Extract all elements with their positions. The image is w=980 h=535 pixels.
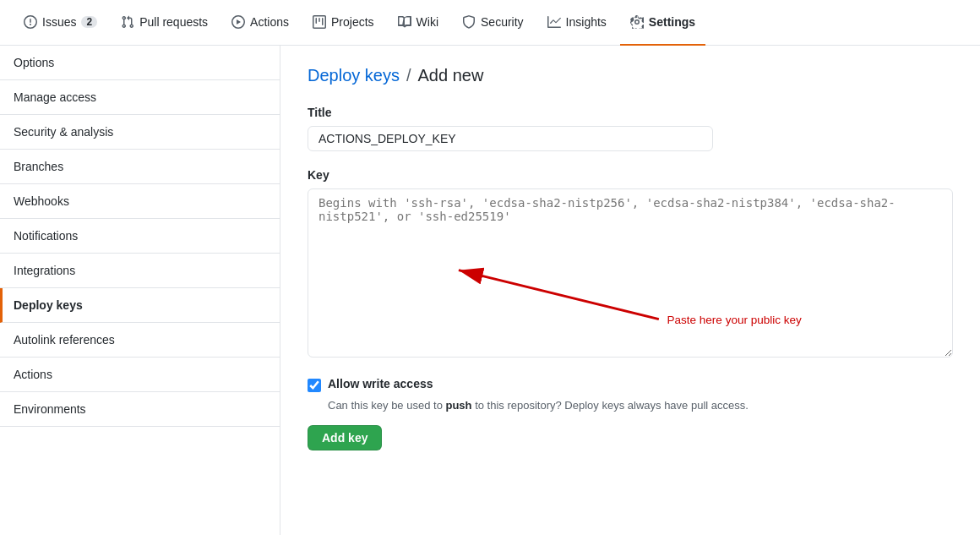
nav-security-label: Security xyxy=(481,15,524,29)
sidebar-item-autolink-references[interactable]: Autolink references xyxy=(0,323,280,358)
add-key-button[interactable]: Add key xyxy=(308,425,382,450)
nav-settings-label: Settings xyxy=(649,15,695,29)
sidebar-item-webhooks[interactable]: Webhooks xyxy=(0,184,280,219)
breadcrumb-link[interactable]: Deploy keys xyxy=(308,66,400,85)
sidebar-item-manage-access[interactable]: Manage access xyxy=(0,80,280,115)
projects-icon xyxy=(313,15,326,29)
sidebar-item-environments[interactable]: Environments xyxy=(0,392,280,427)
insights-icon xyxy=(547,15,561,29)
nav-actions[interactable]: Actions xyxy=(221,0,299,46)
breadcrumb: Deploy keys / Add new xyxy=(308,66,953,85)
nav-issues[interactable]: Issues 2 xyxy=(14,0,107,46)
nav-settings[interactable]: Settings xyxy=(620,0,705,46)
issues-badge: 2 xyxy=(81,16,97,28)
key-container: Paste here your public key xyxy=(308,188,953,360)
title-input[interactable] xyxy=(308,126,713,151)
title-label: Title xyxy=(308,106,953,119)
allow-write-checkbox[interactable] xyxy=(308,379,321,392)
nav-pull-requests[interactable]: Pull requests xyxy=(111,0,218,46)
sidebar-item-options[interactable]: Options xyxy=(0,46,280,80)
sidebar-item-deploy-keys[interactable]: Deploy keys xyxy=(0,288,280,323)
settings-icon xyxy=(630,15,644,29)
sidebar-item-branches[interactable]: Branches xyxy=(0,150,280,184)
nav-security[interactable]: Security xyxy=(452,0,534,46)
security-icon xyxy=(462,15,476,29)
issues-icon xyxy=(24,15,37,29)
nav-pull-requests-label: Pull requests xyxy=(139,15,208,29)
breadcrumb-current: Add new xyxy=(418,66,484,85)
allow-write-description: Can this key be used to push to this rep… xyxy=(328,399,953,412)
sidebar-item-actions[interactable]: Actions xyxy=(0,358,280,392)
sidebar-item-security-analysis[interactable]: Security & analysis xyxy=(0,115,280,150)
nav-actions-label: Actions xyxy=(250,15,289,29)
nav-projects-label: Projects xyxy=(331,15,374,29)
nav-projects[interactable]: Projects xyxy=(302,0,384,46)
sidebar-item-integrations[interactable]: Integrations xyxy=(0,254,280,288)
key-label: Key xyxy=(308,168,953,182)
key-textarea[interactable] xyxy=(308,188,953,358)
nav-insights-label: Insights xyxy=(566,15,607,29)
actions-icon xyxy=(231,15,245,29)
main-content: Deploy keys / Add new Title Key xyxy=(280,46,980,535)
allow-write-group: Allow write access xyxy=(308,377,953,392)
title-form-group: Title xyxy=(308,106,953,151)
nav-wiki-label: Wiki xyxy=(416,15,438,29)
nav-insights[interactable]: Insights xyxy=(537,0,617,46)
breadcrumb-separator: / xyxy=(406,66,411,85)
pull-requests-icon xyxy=(121,15,134,29)
sidebar: Options Manage access Security & analysi… xyxy=(0,46,280,535)
top-nav: Issues 2 Pull requests Actions Projects … xyxy=(0,0,980,46)
key-form-group: Key Paste here your public key xyxy=(308,168,953,360)
wiki-icon xyxy=(398,15,411,29)
nav-wiki[interactable]: Wiki xyxy=(388,0,449,46)
page-layout: Options Manage access Security & analysi… xyxy=(0,46,980,535)
nav-issues-label: Issues xyxy=(42,15,76,29)
allow-write-label[interactable]: Allow write access xyxy=(328,377,433,390)
sidebar-item-notifications[interactable]: Notifications xyxy=(0,219,280,254)
